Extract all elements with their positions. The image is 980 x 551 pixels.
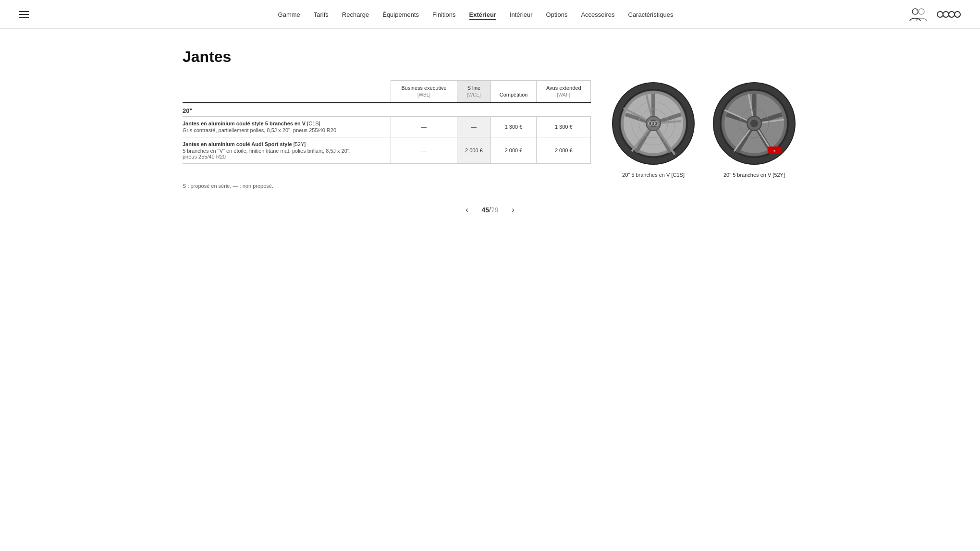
row-2-price-wce: 2 000 € (457, 137, 490, 163)
row-2-price-wbl: — (391, 137, 457, 163)
table-section: Business executive[WBL] S line[WCE] Comp… (183, 80, 591, 189)
nav-item-finitions[interactable]: Finitions (432, 11, 455, 18)
nav-links: Gamme Tarifs Recharge Équipements Finiti… (43, 11, 908, 18)
page-title: Jantes (183, 48, 797, 66)
svg-point-1 (919, 9, 924, 14)
nav-item-tarifs[interactable]: Tarifs (314, 11, 329, 18)
svg-point-0 (912, 9, 918, 14)
row-1-price-competition: 1 300 € (490, 116, 537, 137)
nav-item-accessoires[interactable]: Accessoires (581, 11, 614, 18)
th-avus-extended: Avus extended[WAF] (537, 81, 591, 103)
main-content: Jantes Business executive[WBL] S line[WC… (154, 29, 826, 236)
wheel-52y-container: S 20" 5 branches en V [52Y] (711, 80, 797, 178)
row-2-price-waf: 2 000 € (537, 137, 591, 163)
nav-item-options[interactable]: Options (546, 11, 568, 18)
nav-right (908, 5, 961, 24)
table-row: Jantes en aluminium coulé style 5 branch… (183, 116, 591, 137)
page-number: 45 (481, 206, 489, 214)
row-1-desc: Jantes en aluminium coulé style 5 branch… (183, 116, 391, 137)
nav-item-interieur[interactable]: Intérieur (510, 11, 533, 18)
wheel-c1s-container: 20" 5 branches en V [C1S] (610, 80, 697, 178)
row-1-price-waf: 1 300 € (537, 116, 591, 137)
row-1-price-wbl: — (391, 116, 457, 137)
svg-point-38 (750, 120, 758, 127)
audi-logo (937, 11, 961, 18)
pagination: ‹ 45/79 › (183, 203, 797, 217)
current-page: 45/79 (481, 206, 498, 214)
page-total: 79 (491, 206, 499, 214)
next-page-button[interactable]: › (508, 203, 518, 217)
table-row: Jantes en aluminium coulé Audi Sport sty… (183, 137, 591, 163)
nav-item-recharge[interactable]: Recharge (342, 11, 369, 18)
size-section-20: 20" (183, 103, 591, 117)
svg-text:S: S (773, 150, 775, 153)
svg-point-17 (649, 120, 657, 127)
footnote: S : proposé en série, — : non proposé. (183, 183, 591, 189)
nav-item-caracteristiques[interactable]: Caractéristiques (628, 11, 674, 18)
th-business-executive: Business executive[WBL] (391, 81, 457, 103)
size-label-20: 20" (183, 107, 193, 114)
wheel-c1s-image (610, 80, 697, 167)
wheel-c1s-label: 20" 5 branches en V [C1S] (610, 172, 697, 178)
hamburger-menu[interactable] (19, 11, 29, 18)
th-competition: Compétition (490, 81, 537, 103)
content-layout: Business executive[WBL] S line[WCE] Comp… (183, 80, 797, 189)
wheel-52y-image: S (711, 80, 797, 167)
row-1-price-wce: — (457, 116, 490, 137)
options-table: Business executive[WBL] S line[WCE] Comp… (183, 80, 591, 164)
wheel-52y-label: 20" 5 branches en V [52Y] (711, 172, 797, 178)
row-2-desc: Jantes en aluminium coulé Audi Sport sty… (183, 137, 391, 163)
user-icon[interactable] (908, 5, 927, 24)
th-empty (183, 81, 391, 103)
row-2-price-competition: 2 000 € (490, 137, 537, 163)
nav-item-equipements[interactable]: Équipements (382, 11, 419, 18)
images-section: 20" 5 branches en V [C1S] (610, 80, 797, 189)
th-s-line: S line[WCE] (457, 81, 490, 103)
nav-item-exterieur[interactable]: Extérieur (469, 11, 496, 20)
navigation: Gamme Tarifs Recharge Équipements Finiti… (0, 0, 980, 29)
nav-item-gamme[interactable]: Gamme (278, 11, 300, 18)
prev-page-button[interactable]: ‹ (462, 203, 472, 217)
